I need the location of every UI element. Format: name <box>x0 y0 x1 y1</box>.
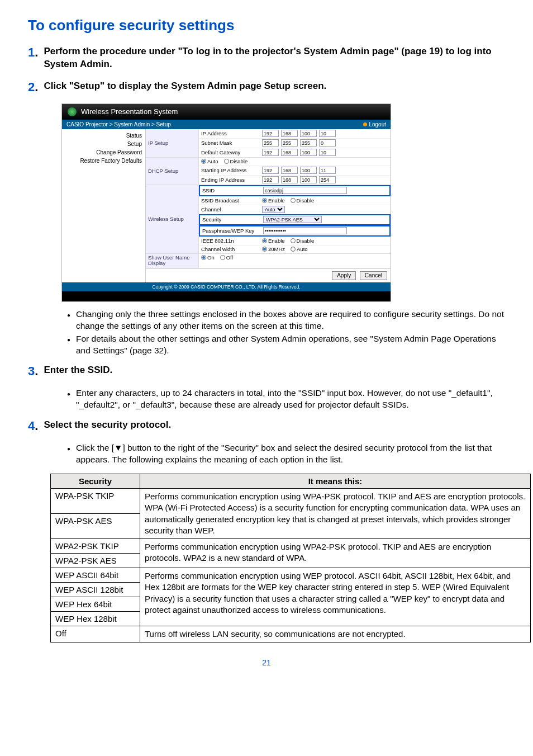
step-number-4: 4. <box>28 419 41 433</box>
page-title: To configure security settings <box>28 17 505 34</box>
radio-ieee-disable[interactable]: Disable <box>291 238 315 244</box>
step3-text: Enter the SSID. <box>44 364 496 377</box>
desc-wpa: Performs communication encryption using … <box>140 489 531 539</box>
apply-button[interactable]: Apply <box>332 271 356 280</box>
sm-3[interactable] <box>319 139 336 147</box>
nav-change-password[interactable]: Change Password <box>64 148 142 157</box>
sip-2[interactable] <box>300 167 317 174</box>
sm-2[interactable] <box>300 139 317 147</box>
section-ip-setup: IP Setup <box>146 129 199 157</box>
section-wireless-setup: Wireless Setup <box>146 185 199 253</box>
step4-text: Select the security protocol. <box>44 419 496 432</box>
gw-3[interactable] <box>319 149 336 156</box>
panel-copyright: Copyright © 2009 CASIO COMPUTER CO., LTD… <box>62 282 391 291</box>
panel-title: Wireless Presentation System <box>81 107 178 116</box>
th-security: Security <box>51 474 140 489</box>
sm-0[interactable] <box>262 139 279 147</box>
cell-wep-hex-128: WEP Hex 128bit <box>51 612 140 626</box>
eip-1[interactable] <box>281 176 298 183</box>
note-three-settings: Changing only the three settings enclose… <box>67 309 505 332</box>
radio-show-on[interactable]: On <box>201 254 215 261</box>
cell-wpa-psk-tkip: WPA-PSK TKIP <box>51 489 140 514</box>
step1-text: Perform the procedure under "To log in t… <box>44 45 496 71</box>
sip-1[interactable] <box>281 167 298 174</box>
sip-3[interactable] <box>319 167 336 174</box>
radio-dhcp-disable[interactable]: Disable <box>224 158 248 164</box>
radio-bcast-enable[interactable]: Enable <box>262 197 285 204</box>
step-number-3: 3. <box>28 364 41 379</box>
label-channel: Channel <box>201 206 260 212</box>
section-dhcp-setup: DHCP Setup <box>146 158 199 185</box>
step2-text: Click "Setup" to display the System Admi… <box>44 80 496 93</box>
security-select[interactable]: WPA2-PSK AES <box>263 216 322 223</box>
label-start-ip: Starting IP Address <box>201 167 260 173</box>
ip-0[interactable] <box>262 130 279 137</box>
section-show-user: Show User Name Display <box>146 254 199 268</box>
ssid-input[interactable] <box>263 187 347 194</box>
side-nav: Status Setup Change Password Restore Fac… <box>62 129 146 282</box>
label-subnet: Subnet Mask <box>201 140 260 146</box>
cell-wep-hex-64: WEP Hex 64bit <box>51 597 140 612</box>
radio-ieee-enable[interactable]: Enable <box>262 238 285 244</box>
security-table: Security It means this: WPA-PSK TKIP Per… <box>50 474 531 642</box>
gw-1[interactable] <box>281 149 298 156</box>
cell-wpa-psk-aes: WPA-PSK AES <box>51 514 140 539</box>
label-gateway: Default Gateway <box>201 149 260 155</box>
note-ssid-chars: Enter any characters, up to 24 character… <box>67 388 505 411</box>
desc-wpa2: Performs communication encryption using … <box>140 539 531 568</box>
radio-dhcp-auto[interactable]: Auto <box>201 158 218 164</box>
label-ssid: SSID <box>202 187 261 193</box>
ip-3[interactable] <box>319 130 336 137</box>
desc-wep: Performs communication encryption using … <box>140 568 531 626</box>
th-meaning: It means this: <box>140 474 531 489</box>
cell-wep-ascii-128: WEP ASCII 128bit <box>51 583 140 597</box>
cell-wpa2-psk-tkip: WPA2-PSK TKIP <box>51 539 140 554</box>
note-see-system-admin: For details about the other settings and… <box>67 333 505 357</box>
nav-setup[interactable]: Setup <box>64 140 142 148</box>
gw-0[interactable] <box>262 149 279 156</box>
eip-2[interactable] <box>300 176 317 183</box>
label-ip-address: IP Address <box>201 130 260 136</box>
label-security: Security <box>202 216 261 223</box>
radio-cw-auto[interactable]: Auto <box>291 246 308 252</box>
breadcrumb: CASIO Projector > System Admin > Setup <box>66 121 171 127</box>
eip-3[interactable] <box>319 176 336 183</box>
admin-panel-screenshot: Wireless Presentation System CASIO Proje… <box>61 103 391 302</box>
casio-logo-icon <box>68 107 77 116</box>
sm-1[interactable] <box>281 139 298 147</box>
note-security-dropdown: Click the [▼] button to the right of the… <box>67 442 505 466</box>
logout-link[interactable]: Logout <box>363 121 386 127</box>
label-passphrase: Passphrase/WEP Key <box>202 228 261 234</box>
nav-status[interactable]: Status <box>64 131 142 140</box>
radio-bcast-disable[interactable]: Disable <box>291 197 315 204</box>
label-end-ip: Ending IP Address <box>201 177 260 183</box>
label-ssid-broadcast: SSID Broadcast <box>201 197 260 204</box>
eip-0[interactable] <box>262 176 279 183</box>
sip-0[interactable] <box>262 167 279 174</box>
cancel-button[interactable]: Cancel <box>360 271 387 280</box>
ip-2[interactable] <box>300 130 317 137</box>
cell-wpa2-psk-aes: WPA2-PSK AES <box>51 554 140 568</box>
channel-select[interactable]: Auto <box>262 206 285 213</box>
gw-2[interactable] <box>300 149 317 156</box>
cell-wep-ascii-64: WEP ASCII 64bit <box>51 568 140 583</box>
desc-off: Turns off wireless LAN security, so comm… <box>140 626 531 642</box>
page-number: 21 <box>28 658 505 667</box>
step-number-1: 1. <box>28 45 41 60</box>
passphrase-input[interactable] <box>263 227 347 234</box>
radio-cw-20[interactable]: 20MHz <box>262 246 285 252</box>
ip-1[interactable] <box>281 130 298 137</box>
label-ieee: IEEE 802.11n <box>201 238 260 244</box>
label-channel-width: Channel width <box>201 246 260 252</box>
nav-restore-defaults[interactable]: Restore Factory Defaults <box>64 157 142 165</box>
cell-off: Off <box>51 626 140 642</box>
step-number-2: 2. <box>28 80 41 94</box>
radio-show-off[interactable]: Off <box>220 254 234 261</box>
